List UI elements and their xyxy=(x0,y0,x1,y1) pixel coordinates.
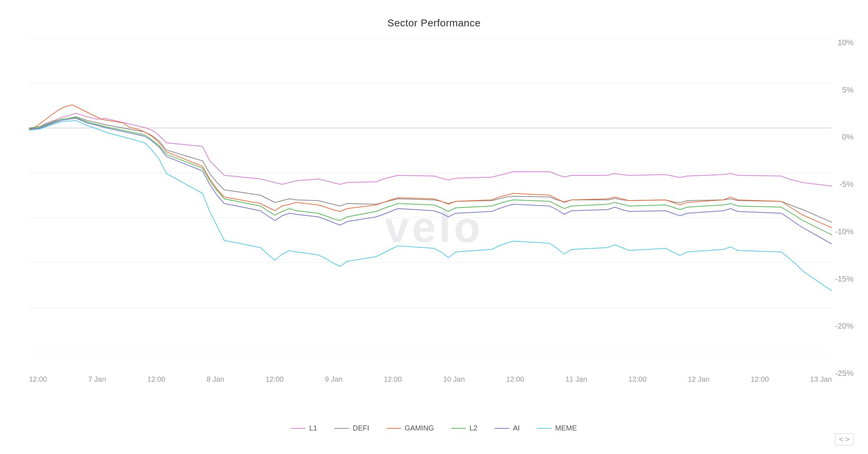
x-axis: 12:00 7 Jan 12:00 8 Jan 12:00 9 Jan 12:0… xyxy=(29,375,832,384)
x-label-1: 7 Jan xyxy=(88,375,106,384)
x-label-6: 12:00 xyxy=(384,375,402,384)
chart-container: Sector Performance velo 10% 5% 0% -5% -1… xyxy=(0,0,868,454)
legend-line-L2 xyxy=(451,428,466,429)
chart-legend: L1 DEFI GAMING L2 AI MEME xyxy=(291,424,577,432)
x-label-11: 12 Jan xyxy=(688,375,710,384)
legend-item-L2: L2 xyxy=(451,424,477,432)
x-label-5: 9 Jan xyxy=(325,375,342,384)
legend-item-MEME: MEME xyxy=(537,424,577,432)
x-label-3: 8 Jan xyxy=(207,375,224,384)
y-label-5: 5% xyxy=(842,85,854,95)
legend-item-AI: AI xyxy=(495,424,520,432)
legend-label-GAMING: GAMING xyxy=(405,424,434,432)
x-label-4: 12:00 xyxy=(265,375,284,384)
legend-item-GAMING: GAMING xyxy=(387,424,434,432)
y-label-0: 0% xyxy=(842,132,854,142)
legend-line-MEME xyxy=(537,428,552,429)
legend-line-AI xyxy=(495,428,509,429)
chart-title: Sector Performance xyxy=(387,17,481,29)
legend-label-MEME: MEME xyxy=(555,424,577,432)
legend-line-GAMING xyxy=(387,428,401,429)
nav-indicator[interactable]: < > xyxy=(835,433,854,445)
x-label-12: 12:00 xyxy=(751,375,769,384)
y-label-neg20: -20% xyxy=(835,321,854,331)
nav-label: < > xyxy=(839,435,850,443)
line-L1 xyxy=(29,113,832,186)
y-label-neg5: -5% xyxy=(839,180,854,189)
x-label-8: 12:00 xyxy=(506,375,524,384)
x-label-0: 12:00 xyxy=(29,375,47,384)
legend-label-DEFI: DEFI xyxy=(353,424,369,432)
x-label-9: 11 Jan xyxy=(565,375,587,384)
y-axis: 10% 5% 0% -5% -10% -15% -20% -25% xyxy=(835,38,854,378)
x-label-2: 12:00 xyxy=(147,375,165,384)
legend-line-DEFI xyxy=(335,428,349,429)
legend-line-L1 xyxy=(291,428,306,429)
x-label-13: 13 Jan xyxy=(810,375,832,384)
legend-label-L2: L2 xyxy=(469,424,477,432)
line-AI xyxy=(29,118,832,244)
y-label-neg25: -25% xyxy=(835,369,854,378)
legend-item-L1: L1 xyxy=(291,424,317,432)
x-label-7: 10 Jan xyxy=(443,375,465,384)
legend-label-L1: L1 xyxy=(309,424,317,432)
legend-item-DEFI: DEFI xyxy=(335,424,369,432)
line-DEFI xyxy=(29,117,832,222)
x-label-10: 12:00 xyxy=(629,375,647,384)
legend-label-AI: AI xyxy=(513,424,520,432)
y-label-neg10: -10% xyxy=(835,227,854,236)
line-GAMING xyxy=(29,105,832,228)
chart-svg xyxy=(29,38,832,352)
y-label-10: 10% xyxy=(838,38,854,47)
y-label-neg15: -15% xyxy=(835,274,854,284)
